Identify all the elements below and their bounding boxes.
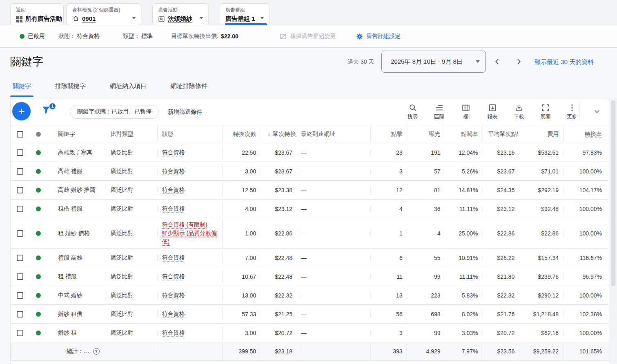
status-dot-column-header[interactable] [31,125,47,143]
column-header-conversions[interactable]: 轉換次數 [223,125,259,143]
cost-cell: $532.61 [518,149,564,156]
column-header-clicks[interactable]: 點擊 [371,125,406,143]
keyword-status-link[interactable]: 符合資格 [162,204,185,213]
status-cell: 符合資格 [158,146,223,159]
keyword-status-link[interactable]: 符合資格 [162,291,185,300]
total-conversion-rate: 101.65% [564,342,609,360]
add-keyword-button[interactable] [12,102,31,120]
tab-url-inclusions[interactable]: 網址納入項目 [107,80,149,97]
row-checkbox[interactable] [11,168,31,175]
avg-cpc-cell: $21.76 [481,311,518,317]
expand-button[interactable]: 展開 [532,101,559,120]
home-icon [72,15,79,22]
segment-button[interactable]: 區隔 [426,101,452,120]
data-view-selector-card[interactable]: 資料檢視 (2 個篩選器) 0901 [67,3,141,25]
row-checkbox[interactable] [11,206,31,212]
help-icon[interactable] [93,348,100,355]
column-header-avg-cpc[interactable]: 平均單次點擊 [481,125,518,143]
keyword-status-link[interactable]: 符合資格 [162,253,185,262]
previous-period-button[interactable] [492,56,503,67]
column-header-status[interactable]: 狀態 [158,125,223,143]
final-url-cell: — [298,292,371,299]
keyword-status-link[interactable]: 鮮少顯示 (品質分數偏低) [162,229,223,246]
row-checkbox[interactable] [11,292,31,299]
chevron-down-icon [199,17,203,19]
row-checkbox[interactable] [11,187,31,193]
keyword-status-link[interactable]: 符合資格 [162,167,185,175]
date-range-picker[interactable]: 2025年 8月 10日 - 9月 8日 [381,51,486,73]
search-button[interactable]: 搜尋 [399,101,426,120]
ctr-cell: 5.83% [444,292,482,299]
toolbar-divider [579,103,579,120]
column-header-cost-per-conversion[interactable]: ↓ 單次轉換 [259,125,298,143]
column-header-cost[interactable]: 費用 [518,125,564,143]
column-header-ctr[interactable]: 點閱率 [444,125,482,143]
column-header-conversion-rate[interactable]: 轉換率 [564,125,609,143]
keyword-status-link[interactable]: 符合資格 [162,148,185,157]
keyword-table-row: 婚紗 租借 廣泛比對 符合資格 57.33 $21.25 — 56 698 8.… [11,305,609,324]
keyword-status-link[interactable]: 符合資格 [162,272,185,281]
row-checkbox[interactable] [11,311,31,317]
conversion-rate-cell: 100.00% [564,330,609,336]
chevron-down-icon [132,17,136,19]
final-url-cell: — [298,255,371,261]
status-cell: 符合資格 [158,184,223,196]
total-conversions: 399.50 [223,342,259,360]
column-header-impressions[interactable]: 曝光 [406,125,444,143]
tab-url-exclusions[interactable]: 網址排除條件 [168,80,210,97]
row-checkbox[interactable] [11,330,31,336]
column-header-match-type[interactable]: 比對類型 [106,125,158,143]
more-button[interactable]: 更多 [559,101,585,120]
keyword-status-link[interactable]: 符合資格 [162,186,185,194]
cost-per-conversion-cell: $22.48 [259,255,298,261]
clicks-cell: 3 [371,330,406,336]
keyword-cell: 婚紗 租借 [47,311,106,318]
row-checkbox[interactable] [11,149,31,156]
impressions-cell: 99 [406,330,444,336]
conversion-rate-cell: 100.00% [564,206,609,212]
row-checkbox[interactable] [11,230,31,237]
conversion-rate-cell: 116.67% [564,255,609,261]
next-period-button[interactable] [513,56,524,67]
clicks-cell: 3 [371,168,406,175]
column-header-final-url[interactable]: 最終到達網址 [298,125,371,143]
ad-group-settings-button[interactable]: 廣告群組設定 [356,33,401,40]
vertical-scrollbar-track [609,98,617,364]
tab-negative-keywords[interactable]: 排除關鍵字 [53,80,88,97]
download-button[interactable]: 下載 [506,101,532,120]
keyword-status-link[interactable]: 符合資格 [162,328,185,337]
conversion-rate-cell: 100.00% [564,168,609,175]
ad-group-selector-card[interactable]: 廣告群組 廣告群組 1 [220,3,270,25]
keyword-status-link[interactable]: 符合資格 (有限制) [162,220,207,229]
row-checkbox[interactable] [11,273,31,280]
cost-per-conversion-cell: $23.67 [259,149,298,156]
reports-button[interactable]: 報表 [479,101,506,120]
match-type-cell: 廣泛比對 [106,168,158,175]
show-recent-data-link[interactable]: 顯示最近 30 天的資料 [535,58,594,66]
target-cpa-label: 目標單次轉換出價: [171,33,218,40]
conversions-cell: 12.50 [223,187,259,193]
keyword-table-row: 租 禮服 廣泛比對 符合資格 10.67 $22.48 — 11 99 11.1… [11,267,609,286]
keyword-status-link[interactable]: 符合資格 [162,310,185,318]
cost-per-conversion-cell: $21.25 [259,311,298,317]
back-all-campaigns-card[interactable]: 返回 所有廣告活動 [10,3,64,25]
collapse-table-button[interactable] [590,105,604,118]
conversion-rate-cell: 104.17% [564,187,609,193]
row-checkbox[interactable] [11,255,31,261]
table-header-row: 關鍵字 比對類型 狀態 轉換次數 ↓ 單次轉換 最終到達網址 點擊 曝光 點閱率… [11,125,609,143]
tab-keywords[interactable]: 關鍵字 [10,80,33,97]
filter-button[interactable]: 1 [41,104,56,118]
add-filter-button[interactable]: 新增篩選條件 [168,109,202,116]
campaign-selector-card[interactable]: 廣告活動 法頌婚紗 [152,3,209,25]
columns-button[interactable]: 欄 [452,101,479,120]
avg-cpc-cell: $20.72 [481,330,518,336]
vertical-scrollbar-thumb[interactable] [611,100,615,286]
final-url-cell: — [298,149,371,156]
keyword-status-filter-chip[interactable]: 關鍵字狀態：已啟用、已暫停 [70,105,159,119]
column-header-keyword[interactable]: 關鍵字 [47,125,106,143]
data-view-label: 資料檢視 (2 個篩選器) [72,7,136,13]
keywords-table-card: 1 關鍵字狀態：已啟用、已暫停 新增篩選條件 搜尋 區隔 [10,98,609,364]
simulate-changes-button[interactable]: 模擬廣告群組變更 [279,33,336,40]
match-type-cell: 廣泛比對 [106,205,158,213]
select-all-checkbox[interactable] [11,125,31,143]
